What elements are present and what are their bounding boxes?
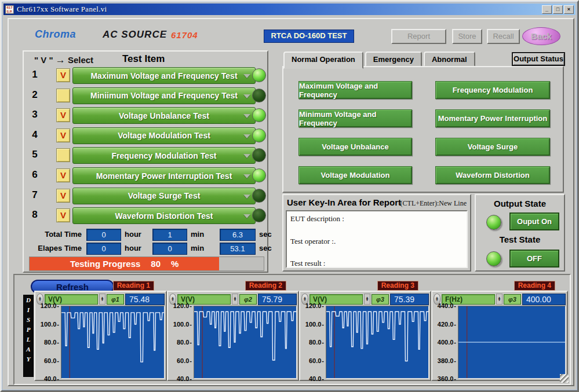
test-action-button[interactable]: Waveform Distortion bbox=[435, 166, 550, 184]
scope: Reading 1 ▲▼ V(V) ▲▼ φ1 75.48 120.0100.0… bbox=[34, 281, 167, 381]
store-button[interactable]: Store bbox=[452, 29, 482, 44]
reading-badge: Reading 2 bbox=[245, 281, 286, 291]
test-item-checkbox[interactable] bbox=[56, 89, 70, 102]
scope: Reading 2 ▲▼ V(V) ▲▼ φ2 75.79 120.0100.0… bbox=[167, 281, 299, 381]
time-label: Elapes Time bbox=[24, 244, 82, 252]
close-button[interactable]: × bbox=[564, 5, 574, 14]
scope-box: ▲▼ V(V) ▲▼ φ3 75.39 120.0100.080.060.040… bbox=[299, 291, 431, 381]
y-tick-label: 440.0 bbox=[438, 302, 456, 309]
window-title: Chr617xx Software Panel.vi bbox=[17, 5, 541, 14]
test-item-label: Voltage Surge Test bbox=[128, 191, 201, 200]
test-item-label: Voltage Unbalance Test bbox=[119, 111, 209, 120]
y-tick-label: 40.0 bbox=[177, 375, 192, 382]
test-item-number: 4 bbox=[28, 129, 41, 141]
chevron-down-icon bbox=[243, 94, 250, 98]
phase-field[interactable]: φ3 bbox=[372, 294, 389, 305]
keyin-line: Test result : bbox=[290, 258, 463, 268]
test-action-button[interactable]: Momentary Power Interruption bbox=[435, 109, 550, 127]
test-action-button[interactable]: Maximum Voltage and Frequency bbox=[298, 81, 412, 99]
test-item-select[interactable]: Frequency Modulation Test bbox=[72, 147, 256, 164]
test-item-number: 3 bbox=[28, 109, 41, 120]
hour-field: 0 bbox=[86, 243, 121, 255]
scope: Reading 4 ▲▼ F(Hz) ▲▼ φ3 400.00 440.0420… bbox=[431, 281, 568, 381]
output-on-button[interactable]: Ouput On bbox=[509, 213, 559, 230]
sec-unit: sec bbox=[259, 230, 272, 239]
test-item-checkbox[interactable]: V bbox=[56, 208, 70, 222]
test-item-select[interactable]: Maximum Voltage and Frequency Test bbox=[72, 67, 256, 84]
test-item-select[interactable]: Voltage Unbalance Test bbox=[72, 107, 256, 124]
test-item-select[interactable]: Voltage Modulation Test bbox=[72, 127, 256, 144]
back-button[interactable]: Back bbox=[522, 27, 560, 45]
test-item-select[interactable]: Waveform Distortion Test bbox=[72, 207, 256, 224]
scope-value: 75.79 bbox=[258, 294, 297, 305]
test-state-led bbox=[486, 251, 501, 266]
output-state-title: Output State bbox=[476, 199, 564, 208]
test-item-checkbox[interactable] bbox=[56, 148, 70, 162]
title-bar[interactable]: 617 S.P. Chr617xx Software Panel.vi _ □ … bbox=[3, 3, 576, 15]
min-unit: min bbox=[191, 230, 204, 239]
reading-badge: Reading 3 bbox=[377, 281, 418, 291]
test-item-label: Miniimum Voltage and Frequency Test bbox=[90, 91, 238, 100]
progress-label: Testing Progress bbox=[70, 259, 140, 269]
sec-field: 53.1 bbox=[220, 243, 256, 255]
report-button[interactable]: Report bbox=[391, 29, 446, 44]
keyin-textarea[interactable]: EUT description :Test operator :.Test re… bbox=[286, 210, 468, 268]
hour-unit: hour bbox=[125, 244, 141, 252]
test-item-checkbox[interactable]: V bbox=[56, 129, 70, 142]
test-action-button[interactable]: Frequency Modulation bbox=[435, 81, 550, 99]
test-off-button[interactable]: OFF bbox=[509, 250, 559, 268]
test-action-button[interactable]: Voltage Unbalance bbox=[298, 138, 412, 156]
tab-emergency[interactable]: Emergency bbox=[365, 52, 422, 67]
test-item-select[interactable]: Voltage Surge Test bbox=[72, 188, 256, 204]
test-item-checkbox[interactable]: V bbox=[56, 189, 70, 203]
display-panel: Refresh DISPLAY Reading 1 ▲▼ V(V) ▲▼ φ1 … bbox=[13, 274, 571, 385]
test-item-select[interactable]: Momentary Power Interruption Test bbox=[72, 167, 256, 184]
phase-spinner-icon[interactable]: ▲▼ bbox=[364, 294, 370, 305]
select-hint: " V " → Select bbox=[34, 54, 93, 66]
time-label: Total Time bbox=[24, 230, 82, 239]
phase-field[interactable]: φ1 bbox=[107, 294, 124, 305]
test-action-button[interactable]: Voltage Modulation bbox=[298, 166, 412, 184]
test-item-number: 1 bbox=[28, 69, 41, 80]
phase-spinner-icon[interactable]: ▲▼ bbox=[99, 294, 105, 305]
phase-spinner-icon[interactable]: ▲▼ bbox=[496, 294, 502, 305]
tab-normal-operation[interactable]: Normal Operation bbox=[283, 52, 363, 69]
test-item-label: Frequency Modulation Test bbox=[112, 151, 217, 160]
chevron-down-icon bbox=[243, 195, 250, 199]
y-axis: 440.0420.0400.0380.0360.0 bbox=[434, 306, 458, 379]
phase-field[interactable]: φ3 bbox=[504, 294, 521, 305]
progress-value: 80 bbox=[151, 259, 161, 269]
scope: Reading 3 ▲▼ V(V) ▲▼ φ3 75.39 120.0100.0… bbox=[299, 281, 431, 381]
test-item-checkbox[interactable]: V bbox=[56, 108, 70, 122]
test-item-led bbox=[252, 189, 266, 203]
scope-value: 75.48 bbox=[125, 294, 165, 305]
maximize-button[interactable]: □ bbox=[553, 5, 563, 14]
tab-abnormal[interactable]: Abnormal bbox=[424, 52, 475, 67]
minimize-button[interactable]: _ bbox=[542, 5, 552, 14]
test-item-number: 6 bbox=[28, 169, 41, 181]
chevron-down-icon bbox=[243, 134, 250, 138]
phase-field[interactable]: φ2 bbox=[239, 294, 257, 305]
normal-operation-panel: Maximum Voltage and FrequencyMinimum Vol… bbox=[282, 66, 564, 193]
test-action-button[interactable]: Minimum Voltage and Frequency bbox=[298, 109, 412, 127]
keyin-title: User Key-In Area for Report bbox=[287, 197, 401, 207]
main-frame: Chroma AC SOURCE 61704 RTCA DO-160D TEST… bbox=[8, 18, 574, 386]
y-tick-label: 40.0 bbox=[44, 375, 59, 382]
y-tick-label: 360.0 bbox=[438, 375, 456, 382]
scope-value: 400.00 bbox=[522, 294, 566, 305]
test-item-panel: " V " → Select Test Item 1 V Maximum Vol… bbox=[23, 50, 268, 273]
min-field: 0 bbox=[152, 243, 187, 255]
test-item-checkbox[interactable]: V bbox=[56, 168, 70, 182]
test-action-button[interactable]: Voltage Surge bbox=[435, 138, 550, 156]
keyin-line bbox=[290, 247, 463, 258]
time-row: Elapes Time 0 hour 0 min 53.1 sec bbox=[24, 243, 267, 255]
output-status-button[interactable]: Output Status bbox=[512, 52, 565, 66]
model-number: 61704 bbox=[171, 30, 198, 40]
recall-button[interactable]: Recall bbox=[487, 29, 520, 44]
test-item-select[interactable]: Miniimum Voltage and Frequency Test bbox=[72, 87, 256, 104]
test-item-row: 6 V Momentary Power Interruption Test bbox=[24, 167, 267, 186]
phase-spinner-icon[interactable]: ▲▼ bbox=[232, 294, 238, 305]
resize-grip[interactable] bbox=[560, 374, 569, 383]
chevron-down-icon bbox=[243, 114, 250, 118]
test-item-checkbox[interactable]: V bbox=[56, 68, 70, 82]
